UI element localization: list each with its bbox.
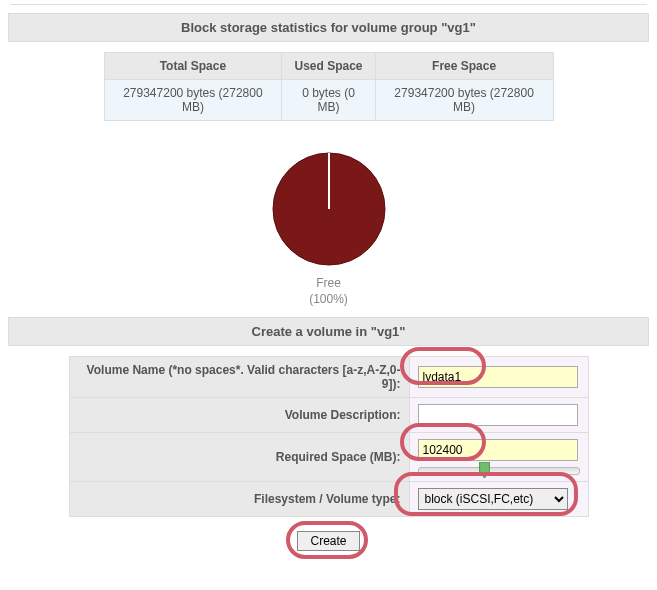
stats-table: Total Space Used Space Free Space 279347… [104,52,554,121]
volume-name-input[interactable] [418,366,578,388]
stats-title-banner: Block storage statistics for volume grou… [8,13,649,42]
col-free: Free Space [375,53,553,80]
volume-desc-input[interactable] [418,404,578,426]
label-volume-type: Filesystem / Volume type: [69,482,409,517]
col-used: Used Space [282,53,375,80]
val-used: 0 bytes (0 MB) [282,80,375,121]
pie-icon [269,149,389,269]
val-total: 279347200 bytes (272800 MB) [104,80,282,121]
pie-label-pct: (100%) [309,292,348,306]
required-space-input[interactable] [418,439,578,461]
pie-label-name: Free [316,276,341,290]
col-total: Total Space [104,53,282,80]
label-volume-desc: Volume Description: [69,398,409,433]
space-slider[interactable] [418,467,580,475]
label-volume-name: Volume Name (*no spaces*. Valid characte… [69,357,409,398]
label-required-space: Required Space (MB): [69,433,409,482]
pie-chart: Free (100%) [0,149,657,307]
create-button[interactable]: Create [297,531,359,551]
form-title-banner: Create a volume in "vg1" [8,317,649,346]
stats-title: Block storage statistics for volume grou… [181,20,476,35]
create-volume-form: Volume Name (*no spaces*. Valid characte… [69,356,589,517]
val-free: 279347200 bytes (272800 MB) [375,80,553,121]
slider-thumb-icon[interactable] [479,462,490,478]
form-title: Create a volume in "vg1" [252,324,406,339]
volume-type-select[interactable]: block (iSCSI,FC,etc) [418,488,568,510]
table-row: 279347200 bytes (272800 MB) 0 bytes (0 M… [104,80,553,121]
